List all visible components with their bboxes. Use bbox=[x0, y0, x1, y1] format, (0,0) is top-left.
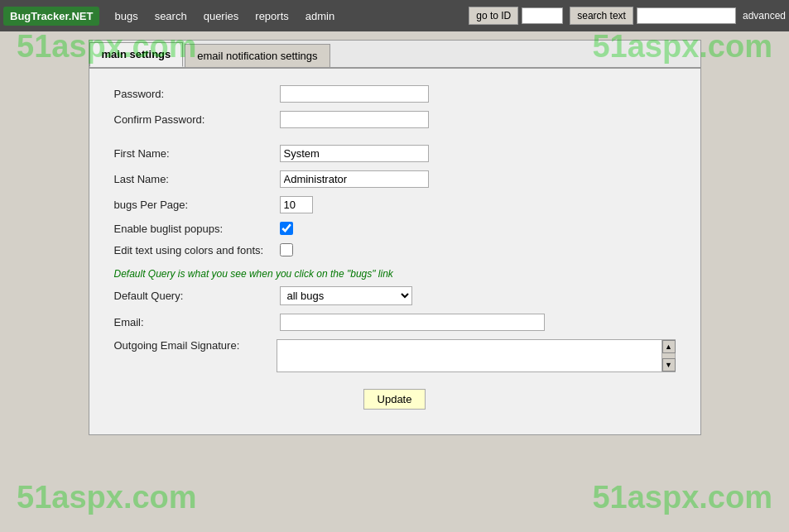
last-name-row: Last Name: bbox=[114, 170, 676, 188]
confirm-password-row: Confirm Password: bbox=[114, 111, 676, 128]
signature-label: Outgoing Email Signature: bbox=[114, 339, 277, 352]
update-button[interactable]: Update bbox=[363, 389, 426, 410]
confirm-password-input[interactable] bbox=[280, 111, 429, 128]
default-query-row: Default Query: all bugs open bugs closed… bbox=[114, 286, 676, 305]
tab-email-notification[interactable]: email notification settings bbox=[185, 44, 330, 67]
password-label: Password: bbox=[114, 88, 280, 100]
nav-bugs[interactable]: bugs bbox=[106, 7, 146, 26]
last-name-input[interactable] bbox=[280, 170, 429, 188]
nav-queries[interactable]: queries bbox=[195, 7, 248, 26]
confirm-password-label: Confirm Password: bbox=[114, 113, 280, 126]
bugs-per-page-row: bugs Per Page: bbox=[114, 196, 676, 213]
email-row: Email: bbox=[114, 314, 676, 331]
first-name-label: First Name: bbox=[114, 147, 280, 160]
signature-container: ▲ ▼ bbox=[277, 339, 675, 372]
goto-button[interactable]: go to ID bbox=[469, 7, 518, 25]
settings-panel: main settings email notification setting… bbox=[89, 40, 701, 435]
edit-text-checkbox[interactable] bbox=[280, 243, 293, 256]
scroll-up-button[interactable]: ▲ bbox=[662, 340, 676, 353]
signature-textarea[interactable] bbox=[277, 340, 661, 371]
edit-text-row: Edit text using colors and fonts: bbox=[114, 243, 676, 256]
update-row: Update bbox=[114, 389, 676, 410]
nav-search[interactable]: search bbox=[147, 7, 195, 26]
enable-buglist-checkbox[interactable] bbox=[280, 222, 293, 235]
signature-scrollbar: ▲ ▼ bbox=[662, 340, 675, 371]
enable-buglist-row: Enable buglist popups: bbox=[114, 222, 676, 235]
search-button[interactable]: search text bbox=[570, 7, 633, 25]
email-label: Email: bbox=[114, 316, 280, 328]
main-content: main settings email notification setting… bbox=[0, 31, 789, 528]
bugs-per-page-label: bugs Per Page: bbox=[114, 199, 280, 211]
enable-buglist-label: Enable buglist popups: bbox=[114, 223, 280, 235]
scroll-down-button[interactable]: ▼ bbox=[662, 358, 676, 371]
default-query-label: Default Query: bbox=[114, 290, 280, 302]
first-name-row: First Name: bbox=[114, 145, 676, 162]
tab-bar: main settings email notification setting… bbox=[89, 41, 700, 69]
advanced-link[interactable]: advanced bbox=[743, 10, 786, 22]
default-query-select[interactable]: all bugs open bugs closed bugs my bugs bbox=[280, 286, 412, 305]
search-input[interactable] bbox=[637, 7, 736, 24]
navbar: BugTracker.NET bugs search queries repor… bbox=[0, 0, 789, 31]
goto-input[interactable] bbox=[522, 7, 563, 24]
signature-row: Outgoing Email Signature: ▲ ▼ bbox=[114, 339, 676, 372]
edit-text-label: Edit text using colors and fonts: bbox=[114, 244, 280, 256]
bugs-per-page-input[interactable] bbox=[280, 196, 313, 213]
email-input[interactable] bbox=[280, 314, 545, 331]
nav-admin[interactable]: admin bbox=[297, 7, 343, 26]
tab-main-settings[interactable]: main settings bbox=[89, 42, 184, 67]
form-area: Password: Confirm Password: First Name: … bbox=[89, 69, 700, 434]
default-query-hint: Default Query is what you see when you c… bbox=[114, 268, 676, 280]
password-row: Password: bbox=[114, 85, 676, 103]
password-input[interactable] bbox=[280, 85, 429, 103]
nav-reports[interactable]: reports bbox=[247, 7, 296, 26]
brand-logo[interactable]: BugTracker.NET bbox=[3, 7, 99, 26]
last-name-label: Last Name: bbox=[114, 173, 280, 185]
first-name-input[interactable] bbox=[280, 145, 429, 162]
